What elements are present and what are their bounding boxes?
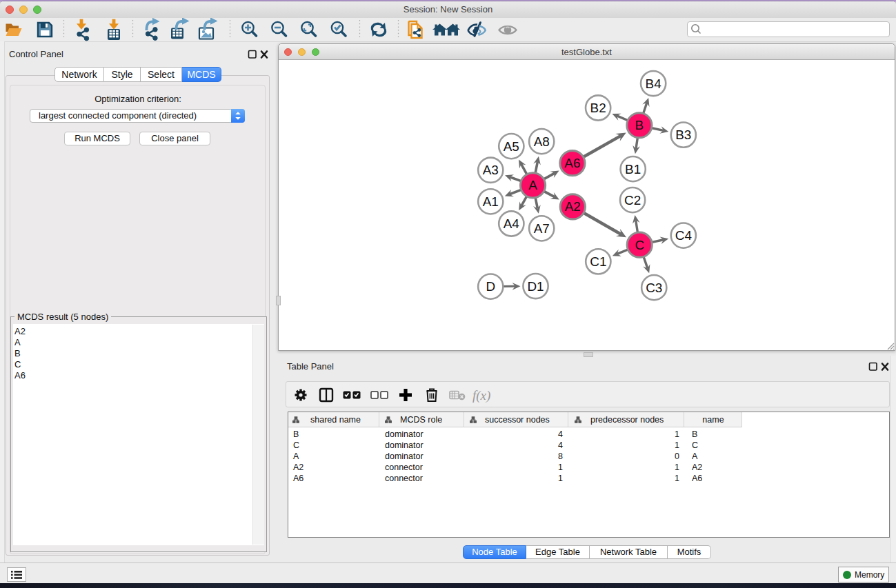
svg-text:A3: A3 [483,163,499,177]
svg-text:A5: A5 [504,139,519,154]
svg-text:A8: A8 [534,134,550,149]
svg-text:B2: B2 [590,101,606,115]
svg-text:f(x): f(x) [472,388,490,403]
svg-text:B1: B1 [625,162,641,176]
svg-text:D1: D1 [527,279,544,294]
svg-text:C2: C2 [624,193,641,207]
svg-text:A6: A6 [564,156,580,170]
svg-text:B3: B3 [675,128,691,142]
svg-text:B4: B4 [646,77,661,91]
svg-text:D: D [486,279,495,294]
svg-text:C4: C4 [675,228,692,243]
svg-text:C1: C1 [590,254,606,269]
svg-text:A2: A2 [565,199,581,214]
svg-text:C3: C3 [646,281,662,295]
svg-text:A7: A7 [534,221,550,236]
svg-text:C: C [635,238,644,252]
svg-text:A4: A4 [504,216,519,231]
svg-text:B: B [635,118,644,132]
svg-text:A1: A1 [483,194,499,209]
svg-text:A: A [528,178,537,192]
